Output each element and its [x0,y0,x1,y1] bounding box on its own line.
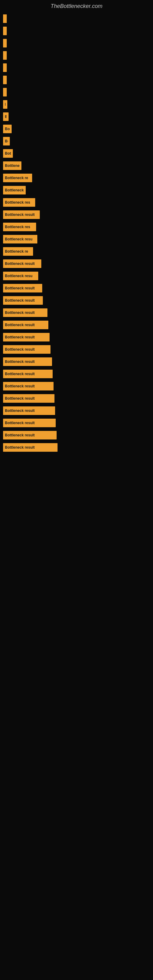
bar: Bottleneck result [3,394,54,403]
bar-row: Bottleneck [0,184,153,196]
bar-label: Bottleneck re [5,249,28,254]
bar-label: B [5,102,5,107]
bar-row: Bottleneck result [0,294,153,307]
bar: Bottleneck result [3,296,43,305]
bar-row: Bottleneck result [0,307,153,319]
bar-row: Bottleneck result [0,380,153,392]
bar: Bottleneck result [3,418,56,427]
bar-row: Bottlene [0,159,153,172]
bar-row: B [0,98,153,111]
bar-row: Bottleneck result [0,368,153,380]
bar-label: Bottleneck result [5,261,35,266]
bar-label: Bottleneck result [5,286,35,290]
bar-row: B [0,86,153,98]
bar-row: Bo [0,135,153,147]
bar: Bo [3,112,9,121]
bar-label: Bottleneck result [5,372,35,376]
bar-label: Bo [5,115,7,119]
bar: Bottleneck result [3,370,53,378]
bar-label: Bottleneck res [5,200,30,205]
bar-row: Bottleneck result [0,208,153,221]
bar-row: Bottleneck result [0,258,153,270]
bar: Bottleneck re [3,247,33,256]
bar-label: Bottleneck result [5,445,35,450]
bar-label: Bottleneck result [5,409,35,413]
bar-label: Bottleneck result [5,421,35,425]
bar [3,39,7,48]
bar-row [0,49,153,62]
bar: Bot [3,125,12,133]
bar-label: Bottleneck result [5,384,35,388]
bar-row: Bottleneck result [0,356,153,368]
bar-row: Bottleneck result [0,319,153,331]
bar-row: Bottleneck result [0,441,153,453]
bar-row: Bottleneck res [0,221,153,233]
bar [3,27,7,35]
bar-label: Bottleneck result [5,213,35,217]
bar-label: Bottleneck result [5,335,35,339]
bar: Bottleneck res [3,223,36,231]
bar-row [0,74,153,86]
bar-row: Bottleneck resu [0,270,153,282]
bar: Bottleneck resu [3,235,37,243]
bar-row [0,37,153,49]
bar: Bott [3,149,13,158]
bar-label: Bot [5,127,10,131]
bar: Bottlene [3,161,21,170]
bar-label: Bottleneck result [5,360,35,364]
bar-label: Bottleneck result [5,347,35,352]
bar-label: Bottleneck result [5,310,35,315]
bar-row: Bo [0,111,153,123]
bar: Bo [3,137,10,145]
bar-row: Bottleneck re [0,245,153,258]
bar-label: Bottleneck [5,188,24,192]
bar-row: Bottleneck re [0,172,153,184]
bar: Bottleneck result [3,259,41,268]
bar-label: Bottlene [5,164,19,168]
bar: Bottleneck result [3,210,40,219]
bar-row: Bottleneck result [0,404,153,417]
bar-row: Bott [0,147,153,159]
bar: Bottleneck result [3,321,48,329]
site-title: TheBottlenecker.com [0,0,153,13]
bar-row: Bottleneck result [0,343,153,356]
bar: Bottleneck result [3,284,42,293]
bar-label: Bottleneck resu [5,274,32,278]
bar-row: Bottleneck result [0,392,153,404]
bar: B [3,100,7,109]
bar: Bottleneck re [3,173,32,182]
bar-row: Bottleneck res [0,196,153,208]
bar-row [0,62,153,74]
bar-row: Bottleneck result [0,282,153,294]
bar: Bottleneck [3,186,26,194]
bar [3,51,7,60]
bar-label: Bott [5,151,11,156]
bar-row: Bottleneck result [0,429,153,441]
bar [3,14,7,23]
bar-label: Bottleneck result [5,433,35,438]
bar: B [3,88,7,97]
bar [3,76,7,84]
bar-row: Bottleneck result [0,417,153,429]
bar-label: Bottleneck result [5,396,35,401]
bar: Bottleneck resu [3,272,38,280]
bar-label: Bottleneck resu [5,237,32,241]
bar-label: Bottleneck re [5,176,28,180]
bar-label: Bottleneck result [5,298,35,302]
bar: Bottleneck result [3,431,57,439]
bar: Bottleneck result [3,345,51,354]
bar-label: Bottleneck res [5,225,30,229]
bar-row: Bottleneck resu [0,233,153,245]
bar-row: Bot [0,123,153,135]
bar-row [0,25,153,37]
bar-row: Bottleneck result [0,331,153,343]
bar [3,64,7,72]
bar-label: Bo [5,139,8,143]
bar-label: Bottleneck result [5,323,35,327]
bar: Bottleneck result [3,357,52,366]
bar: Bottleneck result [3,309,48,317]
bar: Bottleneck result [3,382,54,390]
bar: Bottleneck result [3,406,55,415]
bar: Bottleneck result [3,443,57,452]
bar: Bottleneck result [3,333,49,342]
